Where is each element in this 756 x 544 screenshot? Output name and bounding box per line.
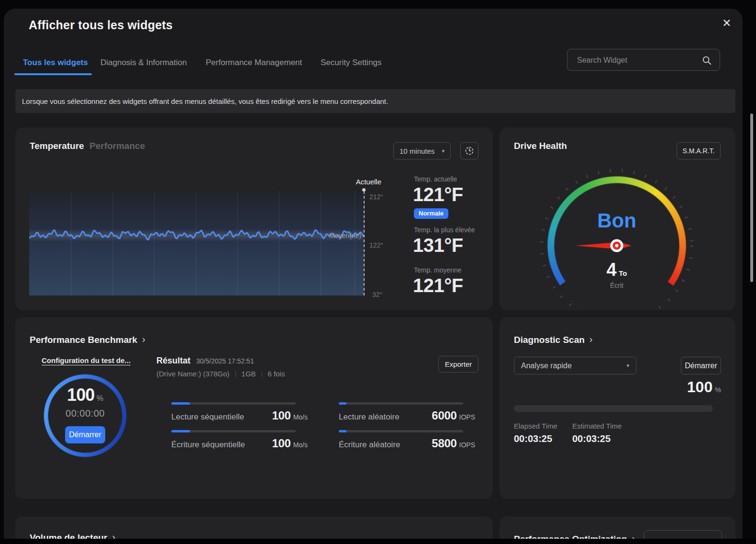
metric-unit: IOPS <box>459 413 475 421</box>
smart-button[interactable]: S.M.A.R.T. <box>677 142 721 159</box>
highest-temp-label: Temp. la plus élevée <box>414 226 475 234</box>
tab-performance-management[interactable]: Performance Management <box>206 58 302 68</box>
diagnostic-title: Diagnostic Scan <box>514 335 585 345</box>
diagnostic-start-button[interactable]: Démarrer <box>681 357 721 374</box>
temperature-line <box>29 192 364 295</box>
metric-rand-read: Lecture aléatoire 6000 IOPS <box>339 402 475 422</box>
vertical-scrollbar-thumb[interactable] <box>750 113 753 282</box>
benchmark-progress-percent: % <box>97 394 103 402</box>
widgets-modal: Afficher tous les widgets ✕ Tous les wid… <box>4 9 743 544</box>
result-test-count: 6 fois <box>268 370 285 378</box>
metric-bar <box>171 402 296 405</box>
diagnostic-progress-bar <box>514 405 713 412</box>
benchmark-progress-circle: 100 % 00:00:00 Démarrer <box>43 374 127 458</box>
metric-value: 6000 <box>432 409 456 422</box>
written-label: Écrit <box>578 282 655 289</box>
axis-tick-32: 32° <box>372 291 382 298</box>
axis-tick-122: 122° <box>369 241 383 249</box>
diagnostic-progress-value: 100 <box>687 378 712 396</box>
separator <box>235 371 236 377</box>
diagnostic-scan-widget: Diagnostic Scan › Analyse rapide ▾ Démar… <box>500 317 735 499</box>
marker-label: Actuelle <box>334 178 381 186</box>
active-tab-underline <box>14 73 92 75</box>
metric-value: 100 <box>272 409 291 422</box>
caret-down-icon: ▾ <box>626 363 629 369</box>
estimated-time-value: 00:03:25 <box>572 433 611 444</box>
metric-value: 5800 <box>432 437 456 450</box>
result-label: Résultat <box>156 356 190 366</box>
benchmark-progress-value: 100 <box>67 385 94 405</box>
benchmark-config-link[interactable]: Configuration du test de... <box>42 356 131 364</box>
average-temp-value: 121°F <box>413 275 463 296</box>
metric-label: Écriture séquentielle <box>171 440 245 450</box>
temp-status-text: Normale <box>414 208 448 219</box>
metric-bar <box>339 402 463 405</box>
benchmark-title-row[interactable]: Performance Benchmark › <box>30 334 145 345</box>
diagnostic-progress-percent: % <box>715 385 721 394</box>
result-date: 30/5/2025 17:52:51 <box>196 357 254 365</box>
metric-value: 100 <box>272 437 291 450</box>
metric-seq-read: Lecture séquentielle 100 Mo/s <box>171 402 308 422</box>
drive-health-widget: Drive Health S.M.A.R.T. Bon 4 To Écrit <box>500 127 735 310</box>
estimated-time-label: Estimated Time <box>572 422 622 430</box>
page-title: Afficher tous les widgets <box>29 18 173 32</box>
temperature-performance-tab[interactable]: Performance <box>89 141 145 151</box>
highest-temp-value: 131°F <box>413 235 463 256</box>
screen: { "modal": { "title": "Afficher tous les… <box>0 0 756 544</box>
drive-health-title: Drive Health <box>514 141 567 151</box>
axis-tick-212: 212° <box>369 193 383 201</box>
diagnostic-progress: 100 % <box>634 378 721 396</box>
info-banner-text: Lorsque vous sélectionnez des widgets of… <box>22 97 388 105</box>
elapsed-time-value: 00:03:25 <box>514 433 552 444</box>
bottom-edge <box>0 539 756 544</box>
history-clock-button[interactable] <box>460 142 478 159</box>
tab-tous-les-widgets[interactable]: Tous les widgets <box>23 58 88 68</box>
scan-mode-select[interactable]: Analyse rapide ▾ <box>514 357 636 374</box>
metric-unit: Mo/s <box>293 413 308 421</box>
performance-benchmark-widget: Performance Benchmark › Configuration du… <box>15 317 493 499</box>
metric-bar <box>171 430 296 432</box>
benchmark-progress: 100 % <box>43 385 127 405</box>
current-temp-value: 121°F <box>413 184 463 205</box>
search-input[interactable] <box>576 49 698 71</box>
series-label: Moyen(ne) <box>329 232 361 239</box>
elapsed-time-label: Elapsed Time <box>514 422 557 430</box>
metric-bar-fill <box>171 402 190 405</box>
metric-unit: IOPS <box>459 441 475 449</box>
temperature-chart: Moyen(ne) <box>29 192 364 295</box>
interval-value: 10 minutes <box>400 147 434 155</box>
benchmark-elapsed: 00:00:00 <box>43 408 127 419</box>
info-banner: Lorsque vous sélectionnez des widgets of… <box>15 89 735 113</box>
metric-label: Lecture séquentielle <box>171 412 244 422</box>
diagnostic-title-row[interactable]: Diagnostic Scan › <box>514 334 593 345</box>
result-header: Résultat 30/5/2025 17:52:51 <box>156 356 254 366</box>
clock-icon <box>465 146 474 156</box>
written-total: 4 To <box>578 260 655 280</box>
result-drive-info-row: (Drive Name:) (378Go) 1GB 6 fois <box>156 370 285 378</box>
search-widget-box <box>567 49 720 71</box>
scan-mode-value: Analyse rapide <box>521 362 572 370</box>
metric-label: Lecture aléatoire <box>339 412 400 422</box>
metric-bar <box>339 430 463 432</box>
average-temp-label: Temp. moyenne <box>414 266 462 274</box>
tab-diagnosis-information[interactable]: Diagnosis & Information <box>100 58 187 68</box>
search-icon[interactable] <box>701 55 712 66</box>
written-value: 4 <box>607 260 617 280</box>
close-icon[interactable]: ✕ <box>719 15 735 31</box>
written-unit: To <box>619 269 627 277</box>
chevron-right-icon: › <box>142 334 145 345</box>
metric-bar-fill <box>339 402 346 405</box>
result-test-size: 1GB <box>242 370 256 378</box>
benchmark-start-button[interactable]: Démarrer <box>65 426 105 443</box>
interval-select[interactable]: 10 minutes ▾ <box>393 142 451 159</box>
metric-unit: Mo/s <box>293 441 308 449</box>
export-button[interactable]: Exporter <box>438 356 478 373</box>
metric-bar-fill <box>171 430 190 432</box>
marker-line <box>364 191 365 295</box>
tab-security-settings[interactable]: Security Settings <box>321 58 382 68</box>
separator <box>262 371 262 377</box>
temp-status-badge: Normale <box>414 208 448 219</box>
chevron-right-icon: › <box>589 334 593 345</box>
temperature-title[interactable]: Temperature <box>30 141 84 151</box>
current-temp-label: Temp. actuelle <box>414 175 457 183</box>
